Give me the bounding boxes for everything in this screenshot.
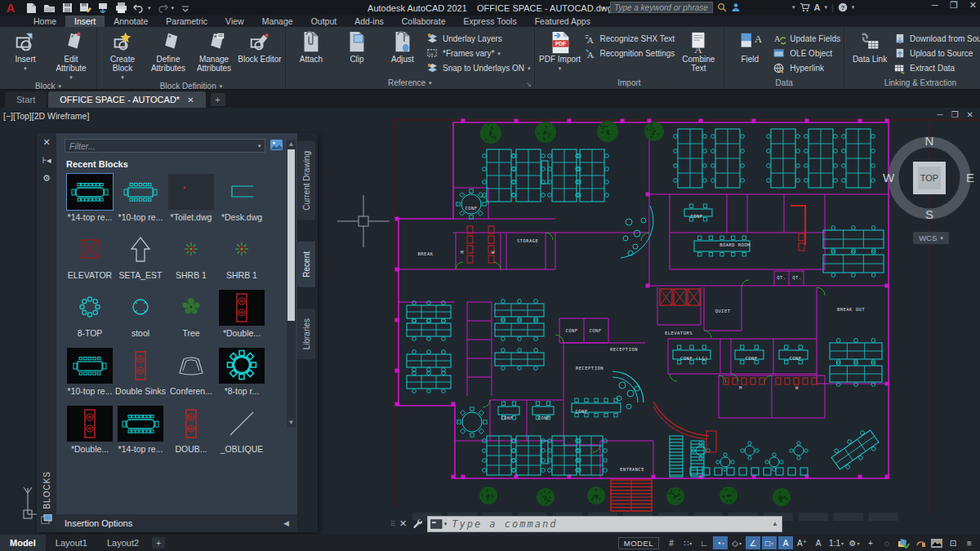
ribbon-button-*frames-vary*[interactable]: LN*Frames vary*▾ xyxy=(426,47,531,60)
customization-menu-icon[interactable]: ≡ xyxy=(962,536,977,549)
ribbon-button-attach[interactable]: Attach xyxy=(289,29,333,64)
new-layout-button[interactable]: + xyxy=(152,537,165,549)
block-thumbnail-dsink[interactable] xyxy=(168,406,214,442)
ribbon-button-recognize-shx-text[interactable]: ARecognize SHX Text xyxy=(584,33,675,45)
annotation-visibility-icon[interactable]: A xyxy=(778,536,793,549)
scale-value[interactable]: 1:1▾ xyxy=(827,536,845,549)
block-item[interactable]: *10-top re... xyxy=(115,174,166,232)
block-item[interactable]: SETA_EST xyxy=(115,232,166,290)
graphics-performance-icon[interactable] xyxy=(929,536,944,549)
block-thumbnail-ring8[interactable] xyxy=(67,290,113,326)
ribbon-tab-collaborate[interactable]: Collaborate xyxy=(393,16,455,27)
ribbon-tab-manage[interactable]: Manage xyxy=(253,16,302,27)
ribbon-button-clip[interactable]: Clip xyxy=(335,29,379,64)
ribbon-button-manage-attributes[interactable]: Manage Attributes xyxy=(192,29,236,73)
restore-button[interactable]: ❐ xyxy=(950,0,958,11)
palette-tab-current-drawing[interactable]: Current Drawing xyxy=(297,141,315,220)
ribbon-button-ole-object[interactable]: OLE Object xyxy=(773,47,840,60)
new-file-icon[interactable] xyxy=(24,2,38,14)
layout-tab-model[interactable]: Model xyxy=(0,535,46,551)
blocks-filter-combobox[interactable]: ▾ xyxy=(65,139,265,153)
block-item[interactable]: *Toilet.dwg xyxy=(166,174,216,232)
block-item[interactable]: _OBLIQUE xyxy=(216,406,267,464)
insertion-options-bar[interactable]: Insertion Options ◀ xyxy=(56,514,297,532)
ribbon-button-combine-text[interactable]: ACombine Text xyxy=(676,29,720,73)
block-item[interactable]: *Desk.dwg xyxy=(216,174,267,232)
layout-tab-layout1[interactable]: Layout1 xyxy=(46,535,97,551)
signin-dropdown-arrow[interactable]: ▾ xyxy=(792,4,795,11)
viewport-controls-label[interactable]: [−][Top][2D Wireframe] xyxy=(3,111,89,121)
block-item[interactable]: ELEVATOR xyxy=(65,232,115,290)
autocad-logo[interactable]: A xyxy=(0,0,21,16)
insertion-options-collapse-icon[interactable]: ◀ xyxy=(283,519,289,527)
block-thumbnail-confchair[interactable] xyxy=(168,348,214,384)
ribbon-button-field[interactable]: AField xyxy=(728,29,772,64)
ribbon-button-edit-attribute[interactable]: Edit Attribute▾ xyxy=(49,29,93,82)
clean-screen-icon[interactable]: ⊡ xyxy=(946,536,960,549)
ribbon-button-download-from-source[interactable]: Download from Source xyxy=(893,33,980,45)
autoscale-icon[interactable]: A⁺ xyxy=(795,536,809,549)
redo-dropdown-arrow[interactable]: ▾ xyxy=(172,5,175,11)
ortho-mode-icon[interactable]: ∟ xyxy=(697,536,711,549)
ribbon-button-adjust[interactable]: Adjust xyxy=(381,29,425,64)
help-icon[interactable]: ? xyxy=(838,2,848,12)
model-space-toggle[interactable]: MODEL xyxy=(618,537,659,549)
close-button[interactable]: ✕ xyxy=(969,0,977,11)
help-dropdown-arrow[interactable]: ▾ xyxy=(852,4,855,11)
ribbon-button-hyperlink[interactable]: Hyperlink xyxy=(773,62,840,74)
autodesk-app-icon[interactable]: A xyxy=(814,2,821,12)
block-item[interactable]: SHRB 1 xyxy=(166,232,216,290)
block-item[interactable]: Tree xyxy=(166,290,216,348)
workspace-switch-icon[interactable] xyxy=(896,536,911,549)
print-icon[interactable] xyxy=(114,2,127,14)
block-item[interactable]: 8-TOP xyxy=(65,290,115,348)
ribbon-button-update-fields[interactable]: AUpdate Fields xyxy=(773,33,840,45)
ribbon-tab-annotate[interactable]: Annotate xyxy=(105,16,157,27)
undo-icon[interactable] xyxy=(132,2,145,14)
open-folder-icon[interactable] xyxy=(42,2,56,14)
filter-dropdown-arrow[interactable]: ▾ xyxy=(258,143,261,149)
palette-scrollbar[interactable]: ▲ ▼ xyxy=(287,140,296,427)
block-item[interactable]: stool xyxy=(115,290,166,348)
block-thumbnail-elevator[interactable] xyxy=(67,232,113,268)
search-expand-arrow[interactable]: ▸ xyxy=(603,4,606,11)
palette-rail-bottom-icon[interactable] xyxy=(41,514,52,532)
block-item[interactable]: Double Sinks xyxy=(115,348,166,406)
ribbon-button-upload-to-source[interactable]: Upload to Source xyxy=(893,47,980,60)
ribbon-tab-featured-apps[interactable]: Featured Apps xyxy=(526,16,599,27)
ribbon-button-pdf-import[interactable]: PDFPDF Import▾ xyxy=(538,29,582,73)
block-item[interactable]: Conferen... xyxy=(166,348,216,406)
block-thumbnail-oblique[interactable] xyxy=(219,406,265,442)
minimize-button[interactable]: ─ xyxy=(932,0,938,11)
ribbon-tab-output[interactable]: Output xyxy=(302,16,346,27)
viewport-restore-icon[interactable]: ❐ xyxy=(951,110,959,119)
block-thumbnail-toilet[interactable] xyxy=(168,174,214,210)
command-bar-grip[interactable]: ⠿ xyxy=(390,522,398,526)
crosshair-plus-icon[interactable]: + xyxy=(863,536,878,549)
palette-autohide-pin-icon[interactable]: ⊦◂ xyxy=(42,155,51,173)
file-tab-document[interactable]: OFFICE SPACE - AUTOCAD*✕ xyxy=(48,91,205,108)
search-icon[interactable] xyxy=(717,2,727,12)
panel-label[interactable]: Reference▾ xyxy=(286,77,534,89)
ribbon-button-insert[interactable]: Insert▾ xyxy=(3,29,47,73)
ribbon-button-recognition-settings[interactable]: ARecognition Settings xyxy=(584,47,675,60)
command-prompt-icon[interactable]: ▾ xyxy=(430,518,447,530)
drawing-canvas[interactable]: STORAGEBREAKMWCONFCONFBOARD ROOMELEVATOR… xyxy=(0,108,980,535)
command-history-toggle-icon[interactable]: ▲ xyxy=(772,520,778,527)
new-drawing-tab-button[interactable]: + xyxy=(211,93,225,106)
block-thumbnail-shrub[interactable] xyxy=(219,232,265,268)
workspace-gear-icon[interactable]: ⚙▾ xyxy=(847,536,862,549)
block-item[interactable]: *Double... xyxy=(216,290,267,348)
object-snap-icon[interactable]: □▾ xyxy=(762,536,777,549)
annotation-scale-icon[interactable]: A xyxy=(811,536,826,549)
isolate-objects-icon[interactable]: ◌ xyxy=(880,536,894,549)
palette-properties-gear-icon[interactable]: ⚙ xyxy=(42,173,51,191)
block-thumbnail-table10[interactable] xyxy=(67,348,113,384)
grid-display-icon[interactable]: # xyxy=(664,536,679,549)
block-thumbnail-arrow[interactable] xyxy=(118,232,163,268)
polar-tracking-icon[interactable]: ◔▾ xyxy=(713,536,728,549)
file-tab-start[interactable]: Start xyxy=(5,91,47,108)
command-input[interactable] xyxy=(447,518,772,530)
signin-user-icon[interactable] xyxy=(731,2,741,12)
viewcube[interactable]: TOP N S W E WCS▾ xyxy=(882,127,977,250)
